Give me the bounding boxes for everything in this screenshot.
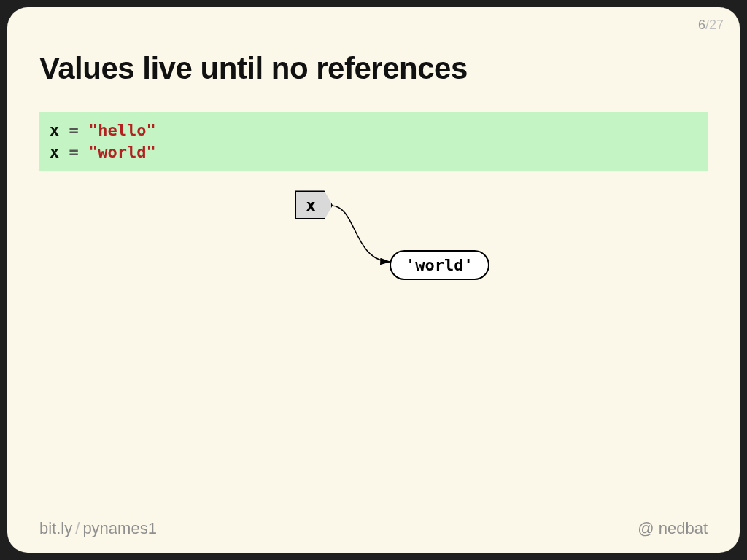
value-oval: 'world' [390, 250, 489, 280]
footer-link: bit.ly/pynames1 [39, 519, 157, 538]
variable-name: x [306, 196, 315, 214]
page-counter: 6/27 [698, 18, 724, 33]
code-block: x = "hello" x = "world" [39, 112, 708, 171]
code-line-1: x = "hello" [50, 121, 156, 139]
footer-handle: @ nedbat [638, 519, 708, 538]
code-line-2: x = "world" [50, 143, 156, 161]
slide-title: Values live until no references [39, 51, 708, 86]
page-total: 27 [709, 18, 724, 32]
page-current: 6 [698, 18, 705, 32]
value-text: 'world' [406, 256, 473, 274]
reference-diagram: x 'world' [39, 190, 708, 336]
slide-footer: bit.ly/pynames1 @ nedbat [39, 519, 708, 538]
slide: 6/27 Values live until no references x =… [7, 7, 740, 553]
